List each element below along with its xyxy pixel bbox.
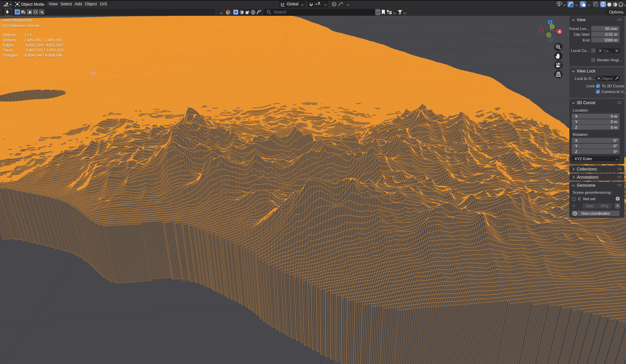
svg-text:X: X: [559, 30, 561, 33]
svg-text:Z: Z: [549, 20, 551, 24]
svg-text:Y: Y: [551, 25, 553, 28]
